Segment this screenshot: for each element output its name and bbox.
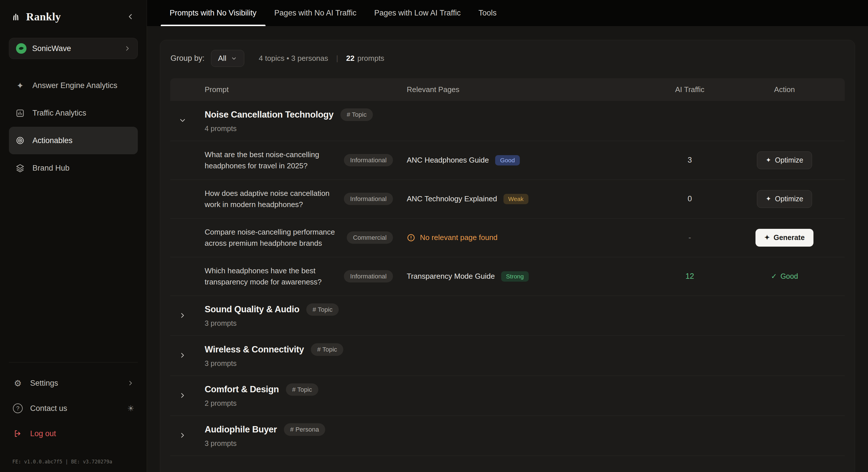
app-root: Rankly SonicWave ✦ Answer Engine Analyti… (0, 0, 868, 472)
ai-traffic-value: 0 (655, 194, 724, 203)
main-area: Prompts with No Visibility Pages with No… (147, 0, 868, 472)
tab-label: Tools (478, 9, 497, 18)
sparkle-icon: ✦ (766, 156, 771, 164)
sidebar-item-answer-engine-analytics[interactable]: ✦ Answer Engine Analytics (9, 72, 138, 99)
col-header-prompt: Prompt (195, 85, 406, 94)
col-header-ai-traffic: AI Traffic (655, 85, 724, 94)
sidebar-collapse-button[interactable] (124, 10, 136, 23)
group-row-comfort-design[interactable]: Comfort & Design # Topic 2 prompts (170, 376, 845, 416)
intent-badge: Commercial (347, 231, 393, 244)
sidebar-item-traffic-analytics[interactable]: Traffic Analytics (9, 99, 138, 127)
prompt-text: What are the best noise-cancelling headp… (205, 149, 337, 171)
layers-icon (14, 164, 26, 173)
tab-tools[interactable]: Tools (470, 0, 505, 26)
topic-badge: # Topic (286, 383, 318, 396)
group-row-audiophile-buyer[interactable]: Audiophile Buyer # Persona 3 prompts (170, 415, 845, 456)
version-info: FE: v1.0.0.abc7f5 | BE: v3.720279a (9, 459, 138, 465)
sidebar-item-label: Brand Hub (32, 164, 69, 173)
sidebar-footer-nav: ⚙ Settings ? Contact us ☀ Log out FE: (9, 362, 138, 465)
help-icon: ? (12, 403, 23, 413)
chevron-right-icon (127, 379, 134, 387)
logout-icon (12, 429, 23, 438)
chevron-down-icon[interactable] (170, 116, 195, 125)
app-title: Rankly (26, 10, 61, 23)
topic-badge: # Topic (311, 343, 343, 356)
page-status-badge: Good (495, 155, 520, 165)
workspace-avatar-icon (16, 43, 27, 54)
prompt-row: Compare noise-cancelling performance acr… (170, 218, 845, 257)
sidebar-item-label: Traffic Analytics (32, 109, 86, 117)
ai-traffic-value: - (655, 233, 724, 242)
tab-pages-with-no-ai-traffic[interactable]: Pages with No AI Traffic (266, 0, 365, 26)
warning-text: No relevant page found (420, 233, 497, 242)
tab-label: Pages with No AI Traffic (274, 9, 356, 18)
page-link[interactable]: ANC Headphones Guide (407, 156, 489, 165)
prompts-table: Prompt Relevant Pages AI Traffic Action … (170, 78, 845, 467)
summary-divider: | (336, 54, 338, 63)
group-count: 3 prompts (205, 319, 845, 328)
tab-label: Prompts with No Visibility (169, 9, 257, 18)
page-status-badge: Weak (503, 194, 528, 204)
group-title: Sound Quality & Audio (205, 304, 299, 314)
group-title: Wireless & Connectivity (205, 344, 304, 355)
optimize-button[interactable]: ✦ Optimize (757, 190, 812, 208)
no-page-warning: No relevant page found (407, 233, 497, 242)
group-row-noise-cancellation[interactable]: Noise Cancellation Technology # Topic 4 … (170, 101, 845, 141)
group-by-select[interactable]: All (211, 50, 245, 67)
group-row-partial (170, 456, 845, 467)
topic-badge: # Topic (340, 108, 373, 121)
group-title: Noise Cancellation Technology (205, 109, 334, 120)
prompt-row: What are the best noise-cancelling headp… (170, 141, 845, 179)
page-link[interactable]: ANC Technology Explained (407, 194, 497, 203)
card-toolbar: Group by: All 4 topics • 3 personas | 22… (160, 40, 855, 74)
group-row-wireless-connectivity[interactable]: Wireless & Connectivity # Topic 3 prompt… (170, 336, 845, 376)
chevron-right-icon[interactable] (170, 351, 195, 359)
workspace-switcher[interactable]: SonicWave (9, 38, 138, 59)
sidebar-item-label: Actionables (32, 136, 73, 145)
chevron-down-icon (231, 55, 237, 62)
generate-button[interactable]: ✦ Generate (755, 229, 814, 247)
prompt-text: Which headphones have the best transpare… (205, 265, 337, 288)
sidebar-item-contact-us[interactable]: ? Contact us ☀ (9, 396, 138, 421)
rankly-logo-icon (10, 11, 22, 22)
topic-badge: # Topic (306, 303, 339, 316)
group-title: Audiophile Buyer (205, 425, 277, 435)
sidebar-nav: ✦ Answer Engine Analytics Traffic Analyt… (9, 72, 138, 182)
tab-prompts-with-no-visibility[interactable]: Prompts with No Visibility (161, 0, 266, 26)
page-content: Group by: All 4 topics • 3 personas | 22… (147, 26, 868, 472)
tab-pages-with-low-ai-traffic[interactable]: Pages with Low AI Traffic (365, 0, 470, 26)
chevron-right-icon[interactable] (170, 311, 195, 319)
sidebar-spacer (9, 182, 138, 362)
group-title: Comfort & Design (205, 384, 279, 395)
optimize-button[interactable]: ✦ Optimize (757, 151, 812, 169)
group-count: 3 prompts (205, 439, 845, 448)
group-count: 3 prompts (205, 359, 845, 368)
action-label: Generate (774, 233, 805, 242)
tab-label: Pages with Low AI Traffic (374, 9, 461, 18)
chevron-right-icon[interactable] (170, 431, 195, 439)
page-status-badge: Strong (501, 271, 529, 281)
group-count: 4 prompts (205, 125, 845, 133)
sidebar-item-label: Answer Engine Analytics (32, 81, 117, 90)
theme-toggle-sun-icon[interactable]: ☀ (127, 404, 134, 413)
col-header-relevant-pages: Relevant Pages (406, 85, 655, 94)
sidebar-item-actionables[interactable]: Actionables (9, 127, 138, 154)
prompt-text: Compare noise-cancelling performance acr… (205, 227, 340, 249)
bar-chart-icon (14, 108, 26, 117)
intent-badge: Informational (344, 193, 393, 205)
logout-button[interactable]: Log out (9, 421, 138, 446)
sidebar-item-settings[interactable]: ⚙ Settings (9, 370, 138, 396)
topbar-tabs: Prompts with No Visibility Pages with No… (147, 0, 868, 26)
logo-row: Rankly (9, 10, 138, 23)
action-label: Optimize (775, 156, 803, 164)
col-header-action: Action (724, 85, 845, 94)
page-link[interactable]: Transparency Mode Guide (407, 272, 495, 281)
group-count: 2 prompts (205, 399, 845, 407)
sidebar-item-brand-hub[interactable]: Brand Hub (9, 154, 138, 182)
persona-badge: # Persona (284, 423, 325, 436)
action-label: Good (780, 272, 798, 280)
group-by-label: Group by: (170, 54, 205, 63)
group-row-sound-quality[interactable]: Sound Quality & Audio # Topic 3 prompts (170, 296, 845, 336)
chevron-right-icon (124, 45, 131, 52)
chevron-right-icon[interactable] (170, 392, 195, 400)
